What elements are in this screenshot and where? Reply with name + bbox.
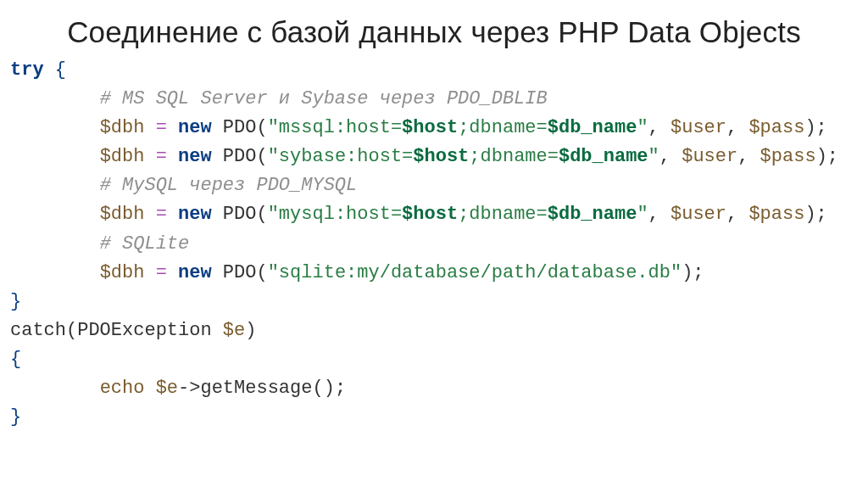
sep: , bbox=[659, 146, 682, 167]
string: " bbox=[637, 204, 648, 225]
sep: , bbox=[648, 117, 670, 138]
keyword-new: new bbox=[178, 262, 212, 283]
string: ;dbname= bbox=[458, 204, 548, 225]
operator-eq: = bbox=[144, 117, 178, 138]
keyword-new: new bbox=[178, 146, 212, 167]
class-pdo: PDO( bbox=[212, 262, 268, 283]
variable: $dbh bbox=[100, 146, 145, 167]
keyword-try: try bbox=[10, 59, 44, 81]
operator-eq: = bbox=[144, 146, 178, 167]
variable: $pass bbox=[748, 117, 804, 138]
keyword-new: new bbox=[178, 117, 212, 138]
class-pdo: PDO( bbox=[212, 117, 268, 138]
close-call: ); bbox=[804, 117, 826, 138]
variable: $pass bbox=[760, 146, 816, 167]
string: " bbox=[648, 146, 659, 167]
string: ;dbname= bbox=[458, 117, 548, 138]
code-block: try { # MS SQL Server и Sybase через PDO… bbox=[0, 56, 868, 432]
arrow-op: -> bbox=[178, 378, 200, 399]
brace: } bbox=[10, 291, 21, 312]
operator-eq: = bbox=[144, 262, 178, 283]
variable: $dbh bbox=[100, 262, 145, 283]
variable: $user bbox=[670, 117, 726, 138]
sep: , bbox=[726, 117, 748, 138]
variable: $dbh bbox=[100, 204, 145, 225]
indent bbox=[10, 204, 100, 225]
interp-var: $host bbox=[402, 204, 458, 225]
keyword-catch: catch bbox=[10, 320, 66, 341]
comment: # MS SQL Server и Sybase через PDO_DBLIB bbox=[100, 88, 548, 109]
brace: { bbox=[10, 349, 21, 370]
slide-title: Соединение с базой данных через PHP Data… bbox=[0, 0, 868, 56]
interp-var: $db_name bbox=[548, 117, 637, 138]
keyword-new: new bbox=[178, 204, 212, 225]
interp-var: $host bbox=[402, 117, 458, 138]
class-pdoexception: PDOException bbox=[77, 320, 223, 341]
string: "mysql:host= bbox=[268, 204, 402, 225]
string: "sybase:host= bbox=[268, 146, 414, 167]
paren: ) bbox=[245, 320, 256, 341]
sep: , bbox=[648, 204, 670, 225]
variable: $user bbox=[682, 146, 737, 167]
indent bbox=[10, 88, 100, 109]
indent bbox=[10, 117, 100, 138]
interp-var: $db_name bbox=[548, 204, 637, 225]
indent bbox=[10, 146, 100, 167]
string: "mssql:host= bbox=[268, 117, 402, 138]
indent bbox=[10, 262, 100, 283]
brace: { bbox=[44, 59, 66, 81]
variable: $e bbox=[156, 378, 178, 399]
brace: } bbox=[10, 406, 21, 428]
interp-var: $host bbox=[413, 146, 469, 167]
class-pdo: PDO( bbox=[212, 146, 268, 167]
keyword-echo: echo bbox=[100, 378, 156, 399]
paren: ( bbox=[66, 320, 77, 341]
sep: , bbox=[737, 146, 760, 167]
interp-var: $db_name bbox=[559, 146, 648, 167]
close-call: ); bbox=[682, 262, 704, 283]
class-pdo: PDO( bbox=[212, 204, 268, 225]
call: (); bbox=[312, 378, 346, 399]
sep: , bbox=[726, 204, 748, 225]
variable: $dbh bbox=[100, 117, 145, 138]
comment: # SQLite bbox=[100, 233, 190, 255]
string: ;dbname= bbox=[469, 146, 559, 167]
string: "sqlite:my/database/path/database.db" bbox=[268, 262, 682, 283]
string: " bbox=[637, 117, 648, 138]
indent bbox=[10, 233, 100, 255]
variable: $pass bbox=[748, 204, 804, 225]
close-call: ); bbox=[816, 146, 838, 167]
variable: $user bbox=[670, 204, 726, 225]
indent bbox=[10, 175, 100, 196]
variable: $e bbox=[223, 320, 245, 341]
close-call: ); bbox=[804, 204, 826, 225]
indent bbox=[10, 378, 100, 399]
operator-eq: = bbox=[144, 204, 178, 225]
method-getmessage: getMessage bbox=[200, 378, 312, 399]
comment: # MySQL через PDO_MYSQL bbox=[100, 175, 358, 196]
